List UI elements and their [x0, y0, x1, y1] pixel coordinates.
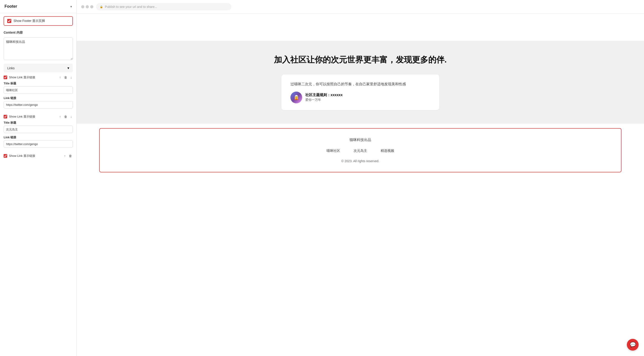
title-label-1: Title 标题	[4, 82, 73, 86]
panel-title: Footer	[4, 4, 17, 9]
panel-header: Footer ▾	[0, 0, 76, 13]
link-show-row-3: Show Link 显示链接 ↑ 🗑	[4, 154, 73, 158]
join-heading: 加入社区让你的次元世界更丰富，发现更多的伴.	[274, 54, 447, 66]
link-input-1[interactable]	[4, 101, 73, 109]
links-section-header[interactable]: Links ▾	[4, 64, 73, 72]
link-up-button-1[interactable]: ↑	[58, 75, 62, 80]
show-link-checkbox-2[interactable]	[4, 115, 7, 118]
author-title: 社区主题规则：xxxxxx	[305, 93, 342, 98]
link-delete-button-2[interactable]: 🗑	[63, 114, 68, 119]
footer-preview: 猫咪科技出品 喵咪社区 次元岛主 精选视频 © 2023. All rights…	[99, 128, 622, 172]
title-label-2: Title 标题	[4, 121, 73, 125]
show-link-label-2: Show Link 显示链接	[9, 115, 35, 119]
link-item-3: Show Link 显示链接 ↑ 🗑	[0, 154, 76, 160]
link-up-button-3[interactable]: ↑	[63, 154, 66, 158]
browser-bar: 🔒 Publish to see your url and to share..…	[77, 0, 644, 14]
link-down-button-2[interactable]: ↓	[70, 114, 73, 119]
footer-brand: 猫咪科技出品	[113, 138, 608, 142]
show-footer-checkbox[interactable]	[7, 19, 11, 23]
chat-icon: 💬	[630, 342, 636, 348]
show-footer-row: Show Footer 显示页脚	[4, 16, 73, 26]
browser-dot-yellow	[86, 5, 89, 8]
show-footer-label: Show Footer 显示页脚	[14, 19, 45, 23]
show-link-label-3: Show Link 显示链接	[9, 154, 35, 158]
community-card: 过喵咪二次元，你可以按照自己的节奏，在自己家里舒适地发现美和性感	[282, 75, 439, 110]
link-item-1: Show Link 显示链接 ↑ 🗑 ↓ Title 标题 Link 链接	[0, 75, 76, 111]
footer-links: 喵咪社区 次元岛主 精选视频	[113, 149, 608, 153]
link-label-2: Link 链接	[4, 135, 73, 139]
link-delete-button-1[interactable]: 🗑	[63, 75, 68, 80]
link-down-button-1[interactable]: ↓	[70, 75, 73, 80]
link-up-button-2[interactable]: ↑	[58, 114, 62, 119]
link-delete-button-3[interactable]: 🗑	[68, 154, 73, 158]
gray-section: 加入社区让你的次元世界更丰富，发现更多的伴. 过喵咪二次元，你可以按照自己的节奏…	[77, 41, 644, 124]
content-section-label: Content 内容	[0, 29, 76, 36]
link-item-2: Show Link 显示链接 ↑ 🗑 ↓ Title 标题 Link 链接	[0, 114, 76, 150]
show-link-label-1: Show Link 显示链接	[9, 75, 35, 79]
card-author: 🧝 社区主题规则：xxxxxx 爱你一万年	[290, 92, 430, 103]
left-panel: Footer ▾ Show Footer 显示页脚 Content 内容 猫咪科…	[0, 0, 77, 356]
link-input-2[interactable]	[4, 140, 73, 148]
avatar: 🧝	[290, 92, 302, 103]
author-info: 社区主题规则：xxxxxx 爱你一万年	[305, 93, 342, 102]
lock-icon: 🔒	[100, 5, 103, 8]
card-description: 过喵咪二次元，你可以按照自己的节奏，在自己家里舒适地发现美和性感	[290, 81, 430, 87]
url-placeholder: Publish to see your url and to share...	[105, 5, 157, 9]
footer-copyright: © 2023. All rights reserved.	[113, 159, 608, 163]
footer-link-3[interactable]: 精选视频	[381, 149, 394, 153]
preview-area: 加入社区让你的次元世界更丰富，发现更多的伴. 过喵咪二次元，你可以按照自己的节奏…	[77, 14, 644, 356]
links-label: Links	[7, 66, 15, 70]
show-link-checkbox-3[interactable]	[4, 154, 7, 158]
panel-chevron-icon[interactable]: ▾	[70, 5, 72, 8]
footer-link-2[interactable]: 次元岛主	[354, 149, 367, 153]
white-section	[77, 14, 644, 41]
title-input-2[interactable]	[4, 126, 73, 133]
link-show-row-2: Show Link 显示链接 ↑ 🗑 ↓	[4, 114, 73, 119]
browser-dot-green	[90, 5, 93, 8]
footer-link-1[interactable]: 喵咪社区	[326, 149, 340, 153]
content-textarea[interactable]: 猫咪科技出品	[4, 38, 73, 60]
url-bar[interactable]: 🔒 Publish to see your url and to share..…	[96, 3, 231, 10]
author-sub: 爱你一万年	[305, 98, 342, 102]
right-panel: 🔒 Publish to see your url and to share..…	[77, 0, 644, 356]
link-label-1: Link 链接	[4, 96, 73, 100]
chat-button[interactable]: 💬	[627, 339, 638, 350]
title-input-1[interactable]	[4, 86, 73, 94]
link-show-row-1: Show Link 显示链接 ↑ 🗑 ↓	[4, 75, 73, 80]
links-chevron-icon: ▾	[68, 66, 69, 70]
footer-preview-wrapper: 猫咪科技出品 喵咪社区 次元岛主 精选视频 © 2023. All rights…	[77, 124, 644, 181]
svg-text:🧝: 🧝	[294, 95, 299, 100]
browser-dot-red	[81, 5, 84, 8]
browser-dots	[81, 5, 93, 8]
show-link-checkbox-1[interactable]	[4, 76, 7, 79]
